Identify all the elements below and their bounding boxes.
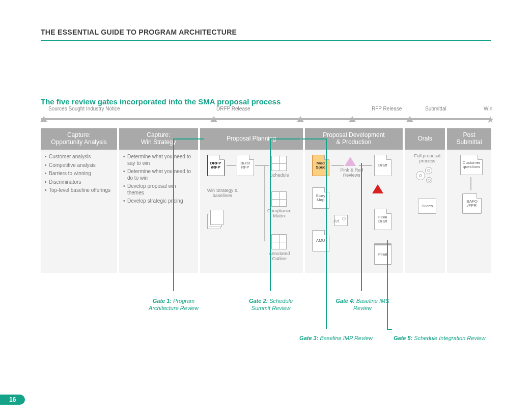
phase-proposal-development: Proposal Development & Production Mod Sp…	[305, 128, 403, 273]
phase-title-line: & Production	[307, 139, 401, 146]
phase-title-line: Capture:	[121, 132, 196, 139]
gate-connector	[326, 138, 327, 329]
timeline-tick-icon	[406, 116, 413, 122]
phases-row: Capture: Opportunity Analysis Customer a…	[41, 128, 491, 273]
timeline-star-icon: ★	[486, 114, 494, 125]
gate-label: Gate 1: Program Architecture Review	[141, 297, 207, 312]
planning-diagram: DRFP /RFP Burst RFP Schedule Compliance …	[204, 154, 299, 269]
arrow	[255, 165, 269, 166]
header-rule	[41, 40, 491, 41]
phase-capture-opportunity: Capture: Opportunity Analysis Customer a…	[41, 128, 117, 273]
phase-header: Post Submittal	[447, 128, 491, 150]
slides-doc-icon: Slides	[418, 199, 436, 214]
phase-body: Mod Spec Pink & Red Reviews Draft Story …	[305, 150, 403, 273]
schedule-label: Schedule	[264, 173, 295, 178]
document-title: THE ESSENTIAL GUIDE TO PROGRAM ARCHITECT…	[41, 28, 491, 36]
timeline-bar	[41, 118, 491, 120]
timeline-label: Submittal	[425, 106, 446, 111]
gate-connector	[270, 138, 300, 139]
arrow	[227, 165, 236, 166]
post-diagram: Customer questions BAFO /FPR	[451, 154, 487, 269]
phase-body: DRFP /RFP Burst RFP Schedule Compliance …	[200, 150, 303, 273]
schedule-table-icon	[271, 156, 287, 171]
phase-proposal-planning: Proposal Planning DRFP /RFP Burst RFP Sc…	[200, 128, 303, 273]
phase-title-line: Submittal	[449, 139, 489, 146]
drfp-doc-icon: DRFP /RFP	[207, 155, 225, 176]
bullet: Barriers to winning	[45, 171, 113, 177]
compliance-label: Compliance Matrix	[264, 209, 295, 219]
timeline-tick-icon	[297, 116, 304, 122]
winstrategy-label: Win Strategy & baselines	[204, 188, 241, 199]
orals-diagram: Full proposal process Slides	[409, 154, 441, 269]
main-content: The five review gates incorporated into …	[0, 97, 532, 347]
phase-title-line: Capture:	[43, 132, 115, 139]
gate-connector	[301, 138, 327, 139]
bafo-doc-icon: BAFO /FPR	[462, 193, 482, 214]
phase-title-line: Orals	[407, 135, 443, 143]
page-number: 16	[0, 395, 25, 405]
bullet: Top-level baseline offerings	[45, 187, 113, 194]
bullet: Develop proposal win themes	[123, 183, 194, 196]
red-review-icon	[372, 184, 383, 193]
compliance-table-icon	[271, 191, 287, 207]
draft-doc-icon: Draft	[374, 155, 391, 176]
timeline-label: Win	[484, 106, 492, 111]
bullet: Determine what you need to do to win	[123, 169, 194, 181]
arrow	[264, 165, 265, 241]
gate-connector	[270, 138, 271, 291]
phase-capture-winstrategy: Capture: Win Strategy Determine what you…	[119, 128, 198, 273]
development-diagram: Mod Spec Pink & Red Reviews Draft Story …	[309, 154, 399, 269]
phase-title-line: Win Strategy	[121, 139, 196, 146]
burst-rfp-doc-icon: Burst RFP	[237, 155, 254, 176]
phase-body: Determine what you need to say to win De…	[119, 150, 198, 273]
phase-header: Orals	[405, 128, 445, 150]
timeline: Sources Sought Industry Notice DRFP Rele…	[41, 113, 491, 125]
bullet: Discriminators	[45, 179, 113, 186]
art-label: Art	[331, 219, 342, 224]
arrow	[331, 165, 344, 166]
page-header: THE ESSENTIAL GUIDE TO PROGRAM ARCHITECT…	[0, 0, 532, 41]
fullprocess-label: Full proposal process	[409, 154, 445, 164]
phase-body: Customer questions BAFO /FPR	[447, 150, 491, 273]
final-doc-icon: Final	[374, 243, 391, 265]
gate-label: Gate 4: Baseline IMS Review	[332, 297, 393, 312]
phase-title-line: Proposal Development	[307, 132, 401, 139]
gate-connector	[173, 138, 174, 291]
timeline-tick-icon	[349, 116, 356, 122]
gate-connector	[387, 329, 392, 330]
timeline-tick-icon	[40, 116, 47, 122]
gates-area: Gate 1: Program Architecture Review Gate…	[41, 276, 491, 347]
phase-title-line: Post	[449, 132, 489, 139]
phase-post-submittal: Post Submittal Customer questions BAFO /…	[447, 128, 491, 273]
gate-connector	[173, 138, 204, 139]
timeline-label: DRFP Release	[216, 106, 250, 111]
phase-body: Customer analysis Competitive analysis B…	[41, 150, 117, 273]
annotated-table-icon	[271, 234, 287, 249]
section-title: The five review gates incorporated into …	[41, 97, 491, 106]
gate-label: Gate 5: Schedule Integration Review	[394, 334, 500, 342]
finaldraft-doc-icon: Final Draft	[374, 209, 391, 230]
bullet: Competitive analysis	[45, 162, 113, 169]
arrow	[470, 177, 471, 190]
bullet: Customer analysis	[45, 154, 113, 160]
timeline-label: Sources Sought Industry Notice	[48, 106, 120, 111]
gate-label: Gate 2: Schedule Summit Review	[240, 297, 301, 312]
doc-stack-icon	[207, 210, 222, 228]
timeline-label: RFP Release	[372, 106, 402, 111]
pink-review-icon	[345, 157, 356, 166]
phase-header: Capture: Opportunity Analysis	[41, 128, 117, 150]
annotated-label: Annotated Outline	[264, 251, 295, 262]
bullet: Determine what you need to say to win	[123, 154, 194, 166]
gate-label: Gate 3: Baseline IMP Review	[281, 334, 373, 342]
customer-questions-doc-icon: Customer questions	[460, 155, 483, 175]
gate-connector	[387, 240, 388, 329]
gate-connector	[361, 163, 362, 291]
phase-title-line: Opportunity Analysis	[43, 139, 115, 146]
bullet: Develop strategic pricing	[123, 198, 194, 205]
gears-icon	[416, 167, 439, 187]
phase-orals: Orals Full proposal process Slides	[405, 128, 445, 273]
timeline-tick-icon	[210, 116, 217, 122]
phase-body: Full proposal process Slides	[405, 150, 445, 273]
